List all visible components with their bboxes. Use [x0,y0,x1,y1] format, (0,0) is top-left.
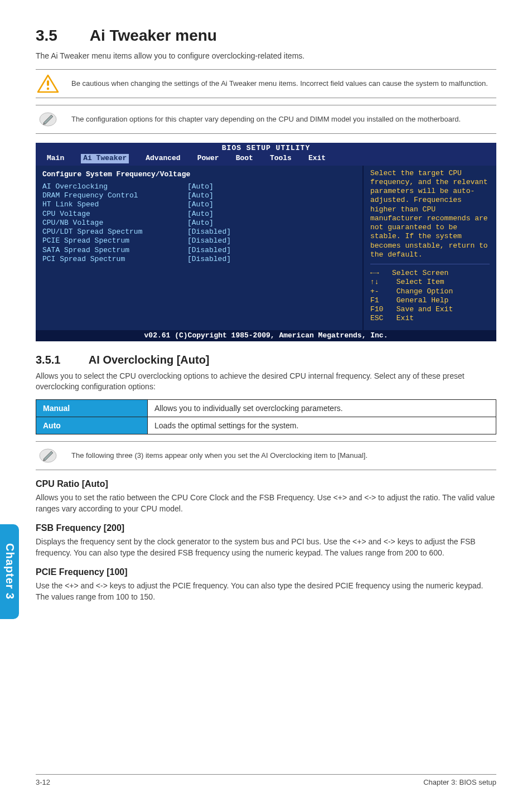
pcie-para: Use the <+> and <-> keys to adjust the P… [36,581,496,602]
bios-title: BIOS SETUP UTILITY [36,143,496,154]
bios-help-panel: Select the target CPU frequency, and the… [362,166,496,330]
chapter-side-tab-label: Chapter 3 [3,543,16,600]
intro-text: The Ai Tweaker menu items allow you to c… [36,51,496,60]
bios-row-sata-spread[interactable]: SATA Spread Spectrum[Disabled] [42,246,356,255]
bios-copyright: v02.61 (C)Copyright 1985-2009, American … [36,330,496,341]
svg-point-1 [47,88,49,90]
bios-tab-ai-tweaker[interactable]: Ai Tweaker [81,154,129,163]
bios-row-pci-spread[interactable]: PCI Spread Spectrum[Disabled] [42,255,356,264]
fsb-para: Displays the frequency sent by the clock… [36,537,496,558]
table-row: Manual Allows you to individually set ov… [36,399,496,417]
bios-tab-boot[interactable]: Boot [236,154,253,163]
bios-tab-main[interactable]: Main [47,154,64,163]
section-title: Ai Tweaker menu [90,27,217,44]
opt-manual-key: Manual [36,399,148,417]
pencil-icon [36,446,60,465]
bios-row-ht-link-speed[interactable]: HT Link Speed[Auto] [42,200,356,209]
cpu-ratio-para: Allows you to set the ratio between the … [36,492,496,514]
pcie-heading: PCIE Frequency [100] [36,567,496,577]
warning-callout: Be cautious when changing the settings o… [36,69,496,98]
bios-section-heading: Configure System Frequency/Voltage [42,170,356,179]
subsection-heading: 3.5.1 AI Overclocking [Auto] [36,354,496,366]
warning-icon [36,74,60,93]
page-footer: 3-12 Chapter 3: BIOS setup [36,774,496,786]
bios-help-text: Select the target CPU frequency, and the… [370,169,490,260]
opt-auto-key: Auto [36,417,148,434]
bios-key-legend: ←→ Select Screen ↑↓ Select Item +- Chang… [370,269,490,323]
subsection-para: Allows you to select the CPU overclockin… [36,371,496,393]
bios-tab-bar: Main Ai Tweaker Advanced Power Boot Tool… [36,154,496,165]
section-number: 3.5 [36,27,86,45]
bios-tab-tools[interactable]: Tools [270,154,292,163]
bios-row-cpu-voltage[interactable]: CPU Voltage[Auto] [42,210,356,219]
bios-row-pcie-spread[interactable]: PCIE Spread Spectrum[Disabled] [42,236,356,245]
bios-row-cpu-nb-voltage[interactable]: CPU/NB Voltage[Auto] [42,219,356,228]
footer-chapter: Chapter 3: BIOS setup [423,778,496,786]
pencil-icon [36,110,60,129]
svg-rect-0 [47,80,49,86]
bios-tab-power[interactable]: Power [197,154,219,163]
page-number: 3-12 [36,778,50,786]
bios-tab-advanced[interactable]: Advanced [146,154,180,163]
cpu-ratio-heading: CPU Ratio [Auto] [36,479,496,489]
note-text-2: The following three (3) items appear onl… [71,451,367,461]
opt-auto-val: Loads the optimal settings for the syste… [148,417,496,434]
table-row: Auto Loads the optimal settings for the … [36,417,496,434]
note-callout-2: The following three (3) items appear onl… [36,441,496,470]
bios-screenshot: BIOS SETUP UTILITY Main Ai Tweaker Advan… [36,143,496,341]
opt-manual-val: Allows you to individually set overclock… [148,399,496,417]
bios-row-cpu-ldt-spread[interactable]: CPU/LDT Spread Spectrum[Disabled] [42,228,356,236]
note-text-1: The configuration options for this chapt… [71,114,461,124]
warning-text: Be cautious when changing the settings o… [71,79,488,89]
bios-tab-exit[interactable]: Exit [308,154,326,163]
chapter-side-tab: Chapter 3 [0,524,19,619]
subsection-number: 3.5.1 [36,354,86,366]
bios-help-divider [370,264,490,264]
bios-settings-panel: Configure System Frequency/Voltage AI Ov… [36,166,362,330]
note-callout-1: The configuration options for this chapt… [36,105,496,134]
options-table: Manual Allows you to individually set ov… [36,399,496,434]
fsb-heading: FSB Frequency [200] [36,523,496,533]
bios-row-ai-overclocking[interactable]: AI Overclocking[Auto] [42,182,356,191]
section-heading: 3.5 Ai Tweaker menu [36,27,496,45]
subsection-title: AI Overclocking [Auto] [89,354,210,366]
bios-row-dram-frequency[interactable]: DRAM Frequency Control[Auto] [42,191,356,200]
